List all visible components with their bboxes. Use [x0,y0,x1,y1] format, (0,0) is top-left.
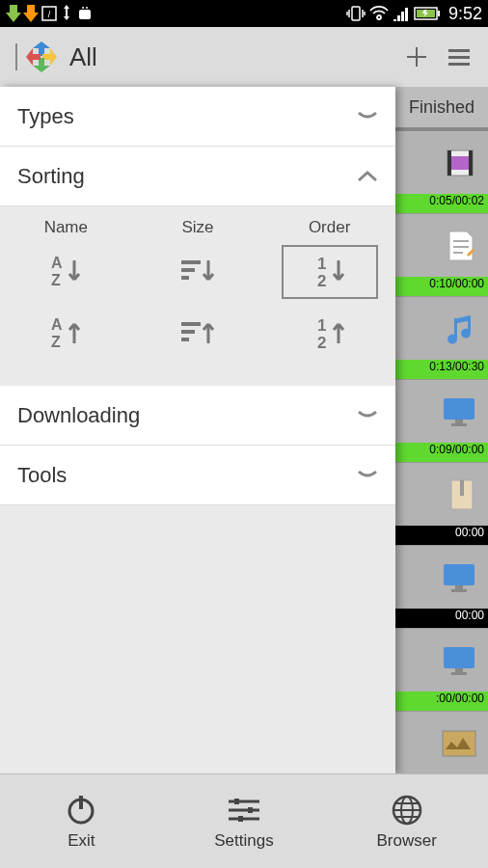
svg-rect-46 [248,807,253,813]
sorting-panel: Name Size Order AZ 12 AZ 12 [0,206,395,386]
svg-rect-39 [181,330,195,334]
archive-icon [447,478,476,511]
time-label: :00/00:00 [395,692,488,711]
video-icon [444,147,476,179]
time-label: 0:10/00:00 [395,277,488,296]
clock: 9:52 [448,4,482,24]
tab-finished[interactable]: Finished [395,87,488,131]
list-item: 00:00 [395,546,488,629]
svg-point-3 [82,7,84,9]
drawer-row-tools[interactable]: Tools [0,446,395,505]
time-label: 0:13/00:30 [395,360,488,379]
svg-rect-14 [455,420,463,423]
monitor-icon [442,396,476,427]
svg-rect-20 [451,589,467,592]
bottom-nav: Exit Settings Browser [0,773,488,868]
svg-rect-44 [79,796,83,809]
monitor-icon [442,562,476,593]
drawer-label: Sorting [17,164,85,189]
usb-icon [60,5,73,22]
drawer-row-types[interactable]: Types [0,87,395,147]
sort-header-name: Name [1,218,131,237]
monitor-icon [442,645,476,676]
dev-icon: / [41,5,58,22]
nav-label: Browser [377,831,437,851]
music-icon [446,312,476,345]
filter-drawer: Types Sorting Name Size Order AZ 12 AZ [0,87,395,773]
drawer-label: Downloading [17,403,140,428]
svg-text:2: 2 [317,272,326,290]
drawer-row-sorting[interactable]: Sorting [0,147,395,206]
menu-button[interactable] [438,36,480,78]
svg-rect-38 [181,322,201,326]
chevron-down-icon [357,111,378,122]
svg-rect-22 [455,668,463,672]
svg-rect-15 [451,423,467,426]
svg-rect-10 [447,150,451,176]
image-icon [442,730,476,757]
time-label: 0:05/00:02 [395,194,488,213]
sort-name-desc[interactable]: AZ [17,245,114,299]
svg-rect-19 [455,585,463,589]
list-item: 0:05/00:02 [395,131,488,214]
sort-header-order: Order [264,218,394,237]
drawer-label: Tools [17,463,67,488]
vibrate-icon [346,5,366,22]
globe-icon [391,793,423,827]
sort-size-desc[interactable] [149,245,246,299]
drawer-row-downloading[interactable]: Downloading [0,386,395,446]
svg-rect-45 [234,799,239,804]
svg-rect-33 [181,276,189,280]
add-button[interactable] [395,36,438,78]
page-title: All [69,42,395,72]
nav-label: Exit [68,831,95,851]
svg-text:2: 2 [317,334,326,352]
svg-rect-5 [352,7,360,20]
download-arrow-icon [23,5,39,22]
svg-rect-32 [181,268,195,272]
chevron-up-icon [357,171,378,182]
time-label: 0:09/00:00 [395,443,488,462]
svg-text:A: A [51,255,63,271]
svg-rect-24 [443,731,475,756]
app-bar: All [0,27,488,87]
time-label: 00:00 [395,609,488,628]
chevron-down-icon [357,470,378,481]
svg-text:/: / [48,10,51,19]
svg-rect-2 [79,10,91,19]
nav-browser[interactable]: Browser [325,774,488,868]
list-item: 0:09/00:00 [395,380,488,463]
nav-settings[interactable]: Settings [163,774,326,868]
svg-text:A: A [51,316,63,333]
document-icon [446,230,476,262]
app-logo-icon [23,39,60,75]
sort-name-asc[interactable]: AZ [17,307,114,361]
svg-rect-21 [444,647,474,668]
svg-rect-17 [460,480,464,496]
svg-rect-23 [451,672,467,675]
svg-rect-31 [181,260,201,264]
list-item: :00/00:00 [395,712,488,773]
svg-rect-40 [181,338,189,341]
signal-icon [393,6,410,21]
svg-rect-7 [438,11,440,16]
svg-rect-11 [469,150,473,176]
sort-order-desc[interactable]: 12 [282,245,378,299]
power-icon [65,793,97,827]
sort-order-asc[interactable]: 12 [282,307,378,361]
svg-rect-18 [444,564,474,585]
chevron-down-icon [357,410,378,421]
battery-icon [414,7,441,20]
nav-exit[interactable]: Exit [0,774,163,868]
svg-rect-13 [444,398,474,420]
drawer-edge-indicator[interactable] [8,43,17,70]
status-bar: / 9:52 [0,0,488,27]
nav-label: Settings [214,831,273,851]
wifi-icon [369,6,389,21]
sort-size-asc[interactable] [149,307,246,361]
time-label: 00:00 [395,526,488,545]
android-debug-icon [75,6,95,21]
sort-header-size: Size [132,218,262,237]
background-list: Finished 0:05/00:02 0:10/00:00 0:13/00:3… [395,87,488,773]
svg-text:1: 1 [317,316,326,335]
